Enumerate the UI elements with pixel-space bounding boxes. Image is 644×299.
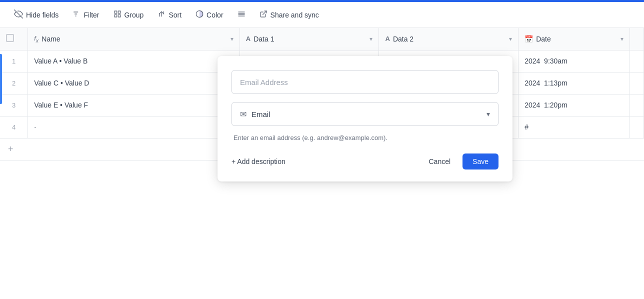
date-col-icon: 📅 — [524, 35, 533, 43]
modal-footer: + Add description Cancel Save — [232, 154, 498, 170]
left-accent-bar — [0, 54, 2, 104]
filter-icon — [72, 10, 80, 20]
color-button[interactable]: Color — [190, 7, 229, 23]
filter-button[interactable]: Filter — [66, 7, 105, 23]
column-header-date[interactable]: 📅 Date ▾ — [518, 28, 630, 50]
toolbar: Hide fields Filter Group Sort — [0, 2, 644, 28]
sort-label: Sort — [168, 11, 182, 19]
table-header-row: fx Name ▾ A Data 1 ▾ A Data 2 — [0, 28, 644, 50]
data1-col-chevron: ▾ — [370, 36, 372, 42]
row-2-date[interactable]: 2024 1:13pm — [518, 72, 630, 94]
data1-col-label: Data 1 — [254, 35, 274, 43]
svg-rect-5 — [118, 11, 120, 14]
date-col-chevron: ▾ — [620, 36, 624, 42]
share-and-sync-label: Share and sync — [270, 11, 319, 19]
svg-line-16 — [262, 11, 266, 14]
row-1-extra — [630, 50, 644, 72]
row-3-name[interactable]: Value E • Value F — [28, 94, 240, 116]
row-2-extra — [630, 72, 644, 94]
row-4-name[interactable]: · — [28, 116, 240, 138]
type-select-group: ✉ Email ▾ — [232, 102, 498, 126]
data1-col-icon: A — [246, 35, 250, 42]
row-4-extra — [630, 116, 644, 138]
data2-col-chevron: ▾ — [509, 36, 512, 42]
name-col-chevron: ▾ — [230, 36, 234, 42]
checkbox-header[interactable] — [0, 28, 28, 50]
row-4-date[interactable]: # — [518, 116, 630, 138]
header-checkbox[interactable] — [6, 34, 14, 42]
color-label: Color — [206, 11, 223, 19]
add-description-button[interactable]: + Add description — [232, 158, 286, 166]
field-edit-modal: ✉ Email ▾ Enter an email address (e.g. a… — [218, 56, 512, 182]
email-hint-text: Enter an email address (e.g. andrew@exam… — [234, 134, 498, 142]
hide-fields-label: Hide fields — [26, 11, 58, 19]
sort-icon — [158, 10, 166, 20]
data2-col-icon: A — [385, 35, 390, 42]
field-type-label: Email — [252, 110, 482, 118]
row-num-2: 2 — [0, 72, 28, 94]
row-3-date[interactable]: 2024 1:20pm — [518, 94, 630, 116]
email-address-input[interactable] — [232, 70, 498, 94]
density-button[interactable] — [232, 7, 252, 23]
svg-rect-4 — [114, 11, 117, 14]
data2-col-label: Data 2 — [393, 35, 414, 43]
add-description-label: + Add description — [232, 158, 286, 166]
field-type-select[interactable]: ✉ Email ▾ — [232, 102, 498, 126]
table-container: fx Name ▾ A Data 1 ▾ A Data 2 — [0, 28, 644, 299]
density-icon — [238, 10, 246, 20]
group-icon — [114, 10, 122, 20]
modal-actions: Cancel Save — [420, 154, 498, 170]
row-num-3: 3 — [0, 94, 28, 116]
row-1-date[interactable]: 2024 9:30am — [518, 50, 630, 72]
filter-label: Filter — [84, 11, 99, 19]
group-label: Group — [124, 11, 144, 19]
type-chevron-icon: ▾ — [486, 110, 490, 118]
row-num-1: 1 — [0, 50, 28, 72]
name-col-label: Name — [42, 35, 60, 43]
hide-fields-icon — [14, 10, 23, 20]
column-header-extra — [630, 28, 644, 50]
email-input-group — [232, 70, 498, 94]
row-3-extra — [630, 94, 644, 116]
share-icon — [260, 10, 268, 20]
sort-button[interactable]: Sort — [152, 7, 188, 23]
group-button[interactable]: Group — [108, 7, 150, 23]
column-header-data2[interactable]: A Data 2 ▾ — [379, 28, 518, 50]
email-type-icon: ✉ — [240, 110, 246, 119]
add-row-icon: + — [8, 144, 14, 154]
save-button[interactable]: Save — [462, 154, 498, 170]
hide-fields-button[interactable]: Hide fields — [8, 6, 64, 24]
cancel-button[interactable]: Cancel — [420, 154, 458, 170]
svg-rect-7 — [118, 14, 120, 17]
date-col-label: Date — [536, 35, 551, 43]
row-1-name[interactable]: Value A • Value B — [28, 50, 240, 72]
svg-rect-6 — [114, 14, 117, 17]
row-num-4: 4 — [0, 116, 28, 138]
name-col-icon: fx — [34, 34, 38, 44]
row-2-name[interactable]: Value C • Value D — [28, 72, 240, 94]
color-icon — [196, 10, 204, 20]
column-header-name[interactable]: fx Name ▾ — [28, 28, 240, 50]
column-header-data1[interactable]: A Data 1 ▾ — [240, 28, 379, 50]
share-and-sync-button[interactable]: Share and sync — [254, 7, 325, 23]
